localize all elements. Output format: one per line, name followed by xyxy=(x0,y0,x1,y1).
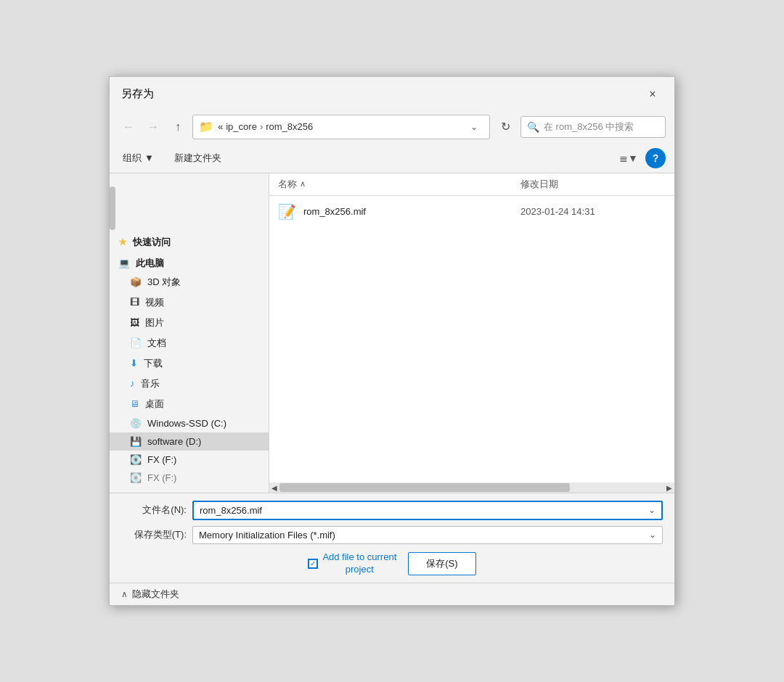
save-button[interactable]: 保存(S) xyxy=(408,552,475,575)
sidebar-item-pictures[interactable]: 🖼 图片 xyxy=(110,313,269,333)
help-button[interactable]: ? xyxy=(645,148,666,168)
toolbar: 组织 ▼ 新建文件夹 ≣▼ ? xyxy=(110,144,674,173)
sidebar-item-downloads[interactable]: ⬇ 下载 xyxy=(110,353,269,374)
filetype-select[interactable]: Memory Initialization Files (*.mif) ⌄ xyxy=(192,526,663,544)
scroll-left-button[interactable]: ◀ xyxy=(269,482,279,493)
refresh-button[interactable]: ↻ xyxy=(494,116,516,138)
sidebar-item-this-pc[interactable]: 💻 此电脑 xyxy=(110,251,269,272)
search-placeholder: 在 rom_8x256 中搜索 xyxy=(544,120,634,133)
filename-text-input[interactable] xyxy=(200,505,648,516)
fx-e-label: FX (F:) xyxy=(147,472,176,483)
organize-dropdown-icon: ▼ xyxy=(144,152,154,163)
hide-folder-label: 隐藏文件夹 xyxy=(132,588,179,601)
address-ip-core[interactable]: ip_core xyxy=(226,121,257,132)
dialog-title: 另存为 xyxy=(121,87,154,101)
sidebar-section-quick-access: ★ 快速访问 xyxy=(110,230,269,251)
nav-bar: ← → ↑ 📁 « ip_core › rom_8x256 ⌄ ↻ 🔍 在 ro… xyxy=(110,110,674,144)
add-file-checkbox[interactable]: ✓ xyxy=(308,559,318,569)
folder-icon: 📁 xyxy=(199,120,213,133)
pictures-icon: 🖼 xyxy=(130,317,139,328)
star-icon: ★ xyxy=(118,237,127,247)
sidebar-item-fx-e[interactable]: 💽 FX (F:) xyxy=(110,469,269,487)
col-name-header[interactable]: 名称 ∧ xyxy=(278,178,515,191)
videos-label: 视频 xyxy=(145,296,164,309)
organize-label: 组织 xyxy=(123,152,142,165)
up-button[interactable]: ↑ xyxy=(168,117,188,137)
filename-label: 文件名(N): xyxy=(121,504,187,517)
title-bar: 另存为 × xyxy=(110,77,674,110)
sidebar-item-videos[interactable]: 🎞 视频 xyxy=(110,292,269,313)
filename-input[interactable]: ⌄ xyxy=(192,501,663,520)
address-bar[interactable]: 📁 « ip_core › rom_8x256 ⌄ xyxy=(192,115,490,139)
expand-arrow[interactable]: ∧ xyxy=(121,589,128,599)
software-d-label: software (D:) xyxy=(147,436,201,447)
address-rom-8x256[interactable]: rom_8x256 xyxy=(266,121,313,132)
sidebar-scroll-thumb xyxy=(110,186,115,230)
scroll-track[interactable] xyxy=(279,482,664,493)
sidebar-item-software-d[interactable]: 💾 software (D:) xyxy=(110,432,269,451)
file-list: 📝 rom_8x256.mif 2023-01-24 14:31 xyxy=(269,196,674,482)
add-file-checkbox-area[interactable]: ✓ Add file to current project xyxy=(308,551,396,576)
filename-row: 文件名(N): ⌄ xyxy=(121,501,663,520)
search-bar[interactable]: 🔍 在 rom_8x256 中搜索 xyxy=(520,116,666,138)
checkbox-check-icon: ✓ xyxy=(310,559,316,567)
filename-dropdown-icon[interactable]: ⌄ xyxy=(648,505,656,515)
organize-button[interactable]: 组织 ▼ xyxy=(118,149,158,167)
desktop-label: 桌面 xyxy=(145,398,164,411)
sort-arrow: ∧ xyxy=(300,179,306,189)
add-file-label-line2: project xyxy=(322,564,396,576)
fx-f-icon: 💽 xyxy=(130,454,142,465)
3d-objects-label: 3D 对象 xyxy=(147,276,181,289)
videos-icon: 🎞 xyxy=(130,297,139,308)
this-pc-label: 此电脑 xyxy=(136,257,164,270)
3d-objects-icon: 📦 xyxy=(130,276,142,287)
col-name-label: 名称 xyxy=(278,178,297,191)
downloads-icon: ⬇ xyxy=(130,358,138,369)
address-part-1: « xyxy=(218,121,223,132)
windows-ssd-icon: 💿 xyxy=(130,418,142,429)
main-content: ★ 快速访问 💻 此电脑 📦 3D 对象 🎞 视频 🖼 图片 📄 xyxy=(110,173,674,493)
file-date: 2023-01-24 14:31 xyxy=(520,206,666,217)
sidebar-item-music[interactable]: ♪ 音乐 xyxy=(110,374,269,394)
new-folder-label: 新建文件夹 xyxy=(174,152,221,165)
add-file-label: Add file to current project xyxy=(322,551,396,576)
filetype-label: 保存类型(T): xyxy=(121,528,187,541)
desktop-icon: 🖥 xyxy=(130,398,139,409)
file-area: 名称 ∧ 修改日期 📝 rom_8x256.mif 2023-01-24 14:… xyxy=(269,173,674,493)
sidebar-item-documents[interactable]: 📄 文档 xyxy=(110,333,269,353)
windows-ssd-label: Windows-SSD (C:) xyxy=(147,418,226,429)
computer-icon: 💻 xyxy=(118,258,130,268)
horizontal-scrollbar[interactable]: ◀ ▶ xyxy=(269,482,674,493)
sidebar-item-desktop[interactable]: 🖥 桌面 xyxy=(110,394,269,414)
new-folder-button[interactable]: 新建文件夹 xyxy=(170,149,226,167)
sidebar-item-fx-f[interactable]: 💽 FX (F:) xyxy=(110,451,269,469)
file-icon: 📝 xyxy=(278,203,296,221)
forward-button[interactable]: → xyxy=(143,117,163,137)
back-button[interactable]: ← xyxy=(118,117,139,137)
bottom-actions: ✓ Add file to current project 保存(S) xyxy=(121,551,663,576)
address-dropdown-button[interactable]: ⌄ xyxy=(465,118,483,136)
documents-icon: 📄 xyxy=(130,337,142,348)
address-path: « ip_core › rom_8x256 xyxy=(218,121,460,132)
filetype-dropdown-icon: ⌄ xyxy=(649,530,656,540)
documents-label: 文档 xyxy=(147,337,166,350)
search-icon: 🔍 xyxy=(527,121,539,133)
view-button[interactable]: ≣▼ xyxy=(618,148,640,168)
music-icon: ♪ xyxy=(130,378,135,389)
close-button[interactable]: × xyxy=(642,84,663,104)
toolbar-right: ≣▼ ? xyxy=(618,148,666,168)
sidebar-item-3d-objects[interactable]: 📦 3D 对象 xyxy=(110,272,269,292)
file-item-rom-8x256-mif[interactable]: 📝 rom_8x256.mif 2023-01-24 14:31 xyxy=(269,199,674,225)
music-label: 音乐 xyxy=(141,377,160,390)
filetype-value: Memory Initialization Files (*.mif) xyxy=(199,530,649,541)
scroll-thumb xyxy=(279,483,570,492)
software-d-icon: 💾 xyxy=(130,436,142,447)
col-date-header[interactable]: 修改日期 xyxy=(520,178,666,191)
col-date-label: 修改日期 xyxy=(520,178,558,189)
add-file-label-line1: Add file to current xyxy=(322,551,396,564)
downloads-label: 下载 xyxy=(144,357,163,370)
quick-access-label: 快速访问 xyxy=(133,236,171,249)
sidebar-item-windows-ssd[interactable]: 💿 Windows-SSD (C:) xyxy=(110,414,269,432)
scroll-right-button[interactable]: ▶ xyxy=(664,482,674,493)
bottom-section: 文件名(N): ⌄ 保存类型(T): Memory Initialization… xyxy=(110,493,674,583)
